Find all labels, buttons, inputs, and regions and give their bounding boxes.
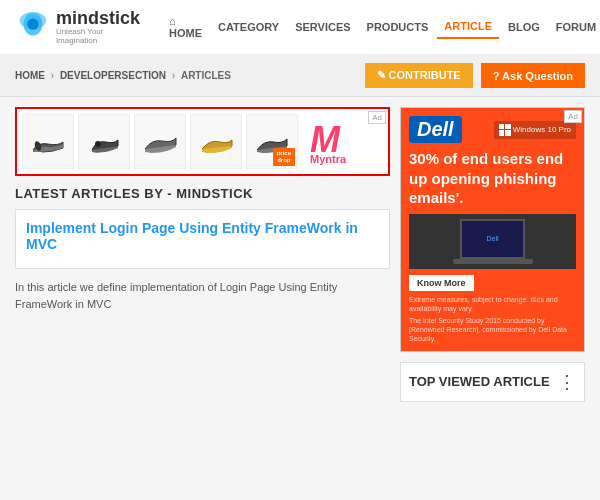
- nav-item-category[interactable]: CATEGORY: [211, 16, 286, 38]
- shoe-icon-3: [140, 122, 180, 162]
- breadcrumb-home[interactable]: HOME: [15, 70, 45, 81]
- top-viewed-title: TOP VIEWED ARTICLE: [409, 374, 550, 389]
- shoe-images: pricedrop M Myntra: [22, 114, 383, 169]
- top-viewed-header: TOP VIEWED ARTICLE ⋮: [409, 371, 576, 393]
- logo-brand: mindstick: [56, 9, 142, 27]
- nav-item-blog[interactable]: BLOG: [501, 16, 547, 38]
- nav-item-article[interactable]: ARTICLE: [437, 15, 499, 39]
- left-column: Ad: [15, 107, 390, 402]
- right-column: Ad Dell Windows 10 Pro 30% of end users …: [400, 107, 585, 402]
- svg-point-2: [27, 18, 38, 29]
- svg-point-4: [95, 141, 101, 147]
- shoe-item-2: [78, 114, 130, 169]
- top-viewed-section: TOP VIEWED ARTICLE ⋮: [400, 362, 585, 402]
- windows-icon: [499, 124, 511, 136]
- laptop-screen: Dell: [460, 219, 525, 259]
- ad-banner: Ad: [15, 107, 390, 176]
- main-content: Ad: [0, 97, 600, 412]
- dell-laptop-image: Dell: [409, 214, 576, 269]
- shoe-icon-1: [28, 122, 68, 162]
- shoe-icon-4: [196, 122, 236, 162]
- breadcrumb-actions: ✎ CONTRIBUTE ? Ask Question: [365, 63, 585, 88]
- shoe-item-3: [134, 114, 186, 169]
- know-more-button[interactable]: Know More: [409, 275, 474, 291]
- nav-item-services[interactable]: SERVICES: [288, 16, 357, 38]
- logo[interactable]: mindstick Unleash Your Imagination: [15, 8, 142, 46]
- ask-question-button[interactable]: ? Ask Question: [481, 63, 585, 88]
- dell-fine-print-2: The Intel Security Study 2015 conducted …: [409, 316, 576, 343]
- main-nav: HOME CATEGORY SERVICES PRODUCTS ARTICLE …: [162, 10, 600, 44]
- laptop-visual: Dell: [453, 219, 533, 264]
- price-tag: pricedrop: [273, 148, 295, 166]
- contribute-button[interactable]: ✎ CONTRIBUTE: [365, 63, 473, 88]
- windows-badge: Windows 10 Pro: [494, 121, 576, 139]
- logo-icon: [15, 8, 51, 46]
- nav-item-products[interactable]: PRODUCTS: [360, 16, 436, 38]
- more-options-icon[interactable]: ⋮: [558, 371, 576, 393]
- myntra-name: Myntra: [310, 153, 346, 165]
- dell-ad-badge: Ad: [564, 110, 582, 123]
- win-sq-2: [505, 124, 511, 130]
- header: mindstick Unleash Your Imagination HOME …: [0, 0, 600, 55]
- shoe-item-5: pricedrop: [246, 114, 298, 169]
- laptop-base: [453, 259, 533, 264]
- breadcrumb: HOME › DEVELOPERSECTION › ARTICLES: [15, 70, 231, 81]
- article-title[interactable]: Implement Login Page Using Entity FrameW…: [26, 220, 379, 252]
- section-title: LATEST ARTICLES BY - MINDSTICK: [15, 186, 390, 201]
- shoe-item-1: [22, 114, 74, 169]
- breadcrumb-bar: HOME › DEVELOPERSECTION › ARTICLES ✎ CON…: [0, 55, 600, 97]
- laptop-screen-text: Dell: [486, 235, 498, 242]
- ad-badge: Ad: [368, 111, 386, 124]
- nav-item-forum[interactable]: FORUM: [549, 16, 600, 38]
- dell-logo: Dell: [409, 116, 462, 143]
- breadcrumb-current: ARTICLES: [181, 70, 231, 81]
- breadcrumb-developer[interactable]: DEVELOPERSECTION: [60, 70, 166, 81]
- article-description: In this article we define implementation…: [15, 275, 390, 316]
- win-sq-3: [499, 130, 505, 136]
- article-card: Implement Login Page Using Entity FrameW…: [15, 209, 390, 269]
- logo-text-area: mindstick Unleash Your Imagination: [56, 9, 142, 45]
- windows-label: Windows 10 Pro: [513, 125, 571, 134]
- dell-ad-header: Dell Windows 10 Pro: [409, 116, 576, 143]
- shoe-item-4: [190, 114, 242, 169]
- dell-fine-print: Extreme measures, subject to change. t&c…: [409, 295, 576, 313]
- breadcrumb-sep-2: ›: [172, 70, 178, 81]
- myntra-logo: M Myntra: [310, 119, 346, 165]
- dell-ad-text: 30% of end users end up opening phishing…: [409, 149, 576, 208]
- win-sq-4: [505, 130, 511, 136]
- logo-tagline: Unleash Your Imagination: [56, 27, 142, 45]
- shoe-icon-2: [84, 122, 124, 162]
- win-sq-1: [499, 124, 505, 130]
- breadcrumb-sep-1: ›: [51, 70, 57, 81]
- nav-item-home[interactable]: HOME: [162, 10, 209, 44]
- dell-ad: Ad Dell Windows 10 Pro 30% of end users …: [400, 107, 585, 352]
